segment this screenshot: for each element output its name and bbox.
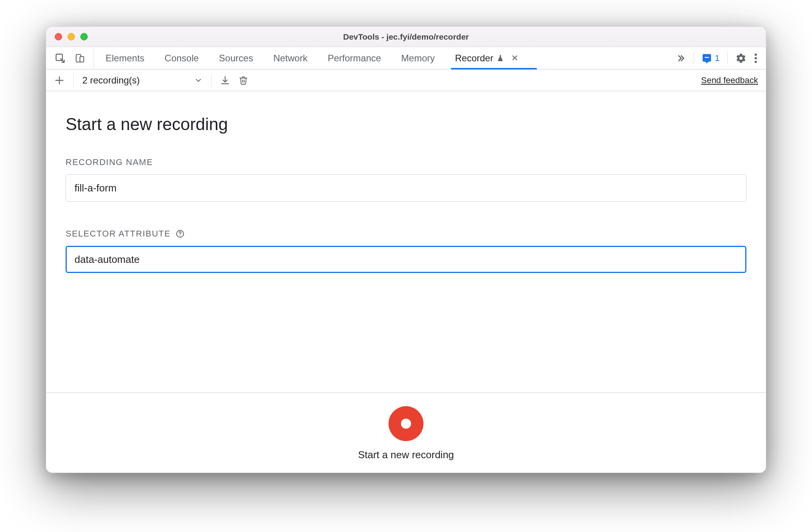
tab-label: Memory bbox=[401, 53, 435, 64]
minimize-window-button[interactable] bbox=[68, 33, 75, 40]
recorder-footer: Start a new recording bbox=[46, 392, 766, 473]
selector-attribute-label: SELECTOR ATTRIBUTE bbox=[66, 229, 171, 239]
tab-network[interactable]: Network bbox=[273, 47, 307, 69]
selector-attribute-input[interactable] bbox=[66, 246, 746, 273]
tab-label: Sources bbox=[219, 53, 253, 64]
zoom-window-button[interactable] bbox=[80, 33, 88, 40]
inspect-element-icon[interactable] bbox=[55, 53, 66, 64]
window-controls bbox=[46, 33, 88, 40]
devtools-tabstrip: Elements Console Sources Network Perform… bbox=[46, 47, 766, 70]
svg-point-4 bbox=[755, 57, 757, 59]
recording-name-label: RECORDING NAME bbox=[66, 157, 746, 167]
tab-memory[interactable]: Memory bbox=[401, 47, 435, 69]
download-icon[interactable] bbox=[220, 75, 230, 85]
window-title: DevTools - jec.fyi/demo/recorder bbox=[46, 32, 766, 42]
tab-label: Network bbox=[273, 53, 307, 64]
svg-point-11 bbox=[180, 235, 180, 236]
tab-label: Performance bbox=[328, 53, 381, 64]
divider bbox=[73, 74, 74, 87]
tab-label: Recorder bbox=[455, 53, 493, 64]
tab-recorder[interactable]: Recorder ✕ bbox=[455, 47, 518, 69]
record-icon bbox=[401, 419, 411, 429]
delete-icon[interactable] bbox=[239, 75, 248, 85]
close-window-button[interactable] bbox=[55, 33, 62, 40]
send-feedback-link[interactable]: Send feedback bbox=[701, 75, 758, 85]
start-recording-label: Start a new recording bbox=[358, 449, 454, 461]
recordings-label: 2 recording(s) bbox=[82, 75, 140, 86]
divider bbox=[727, 52, 728, 65]
start-recording-button[interactable] bbox=[389, 406, 423, 441]
recorder-toolbar: 2 recording(s) bbox=[46, 70, 766, 91]
settings-icon[interactable] bbox=[736, 53, 746, 64]
tab-performance[interactable]: Performance bbox=[328, 47, 381, 69]
experiment-icon bbox=[496, 54, 504, 63]
svg-point-5 bbox=[755, 61, 757, 63]
devtools-window: DevTools - jec.fyi/demo/recorder bbox=[46, 26, 766, 473]
more-tabs-icon[interactable] bbox=[676, 53, 686, 63]
tab-elements[interactable]: Elements bbox=[106, 47, 144, 69]
recorder-panel: Start a new recording RECORDING NAME SEL… bbox=[46, 91, 766, 392]
tab-sources[interactable]: Sources bbox=[219, 47, 253, 69]
chevron-down-icon bbox=[194, 76, 203, 85]
issues-button[interactable]: 1 bbox=[702, 53, 720, 63]
recordings-dropdown[interactable]: 2 recording(s) bbox=[82, 75, 203, 86]
page-title: Start a new recording bbox=[66, 115, 746, 134]
add-recording-icon[interactable] bbox=[54, 75, 65, 86]
issues-icon bbox=[702, 53, 712, 63]
svg-point-3 bbox=[755, 53, 757, 56]
more-options-icon[interactable] bbox=[754, 53, 757, 64]
close-tab-icon[interactable]: ✕ bbox=[511, 53, 518, 63]
tab-label: Elements bbox=[106, 53, 144, 64]
device-toolbar-icon[interactable] bbox=[75, 53, 85, 64]
help-icon[interactable] bbox=[175, 229, 185, 238]
recording-name-input[interactable] bbox=[66, 174, 746, 202]
issues-count: 1 bbox=[715, 53, 720, 63]
recording-name-field: RECORDING NAME bbox=[66, 157, 746, 202]
svg-rect-2 bbox=[80, 56, 84, 62]
tab-label: Console bbox=[165, 53, 199, 64]
titlebar: DevTools - jec.fyi/demo/recorder bbox=[46, 27, 766, 47]
divider bbox=[694, 52, 694, 65]
selector-attribute-field: SELECTOR ATTRIBUTE bbox=[66, 229, 746, 273]
tab-console[interactable]: Console bbox=[165, 47, 199, 69]
divider bbox=[211, 74, 212, 87]
